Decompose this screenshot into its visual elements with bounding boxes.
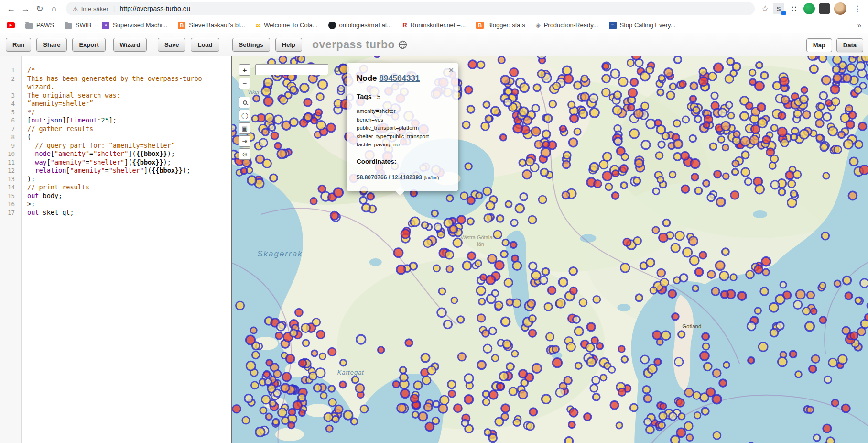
map-marker[interactable] bbox=[811, 308, 817, 314]
map-marker[interactable] bbox=[691, 174, 698, 181]
map-marker[interactable] bbox=[850, 157, 858, 166]
map-marker[interactable] bbox=[581, 93, 589, 101]
map-marker[interactable] bbox=[683, 116, 689, 123]
map-marker[interactable] bbox=[425, 422, 434, 431]
map-marker[interactable] bbox=[311, 350, 317, 356]
map-marker[interactable] bbox=[843, 277, 851, 285]
map-search-box[interactable] bbox=[255, 64, 328, 75]
map-marker[interactable] bbox=[412, 411, 418, 418]
map-marker[interactable] bbox=[791, 134, 797, 140]
map-marker[interactable] bbox=[444, 321, 452, 329]
map-marker[interactable] bbox=[860, 165, 868, 174]
map-marker[interactable] bbox=[477, 314, 486, 322]
map-marker[interactable] bbox=[779, 188, 785, 195]
map-marker[interactable] bbox=[509, 388, 517, 396]
map-marker[interactable] bbox=[467, 252, 475, 260]
map-marker[interactable] bbox=[433, 401, 439, 407]
map-marker[interactable] bbox=[703, 180, 710, 187]
map-marker[interactable] bbox=[484, 214, 492, 222]
map-marker[interactable] bbox=[467, 106, 474, 113]
map-marker[interactable] bbox=[454, 404, 462, 412]
map-marker[interactable] bbox=[316, 331, 325, 339]
map-marker[interactable] bbox=[671, 436, 680, 443]
map-marker[interactable] bbox=[775, 295, 784, 304]
map-marker[interactable] bbox=[251, 382, 258, 389]
map-marker[interactable] bbox=[289, 409, 296, 416]
map-marker[interactable] bbox=[269, 124, 275, 131]
map-marker[interactable] bbox=[423, 376, 431, 384]
map-marker[interactable] bbox=[721, 122, 730, 130]
popup-node-id-link[interactable]: 894564331 bbox=[379, 74, 420, 83]
map-marker[interactable] bbox=[259, 139, 267, 147]
map-marker[interactable] bbox=[610, 401, 618, 409]
map-marker[interactable] bbox=[618, 346, 625, 353]
map-marker[interactable] bbox=[483, 344, 492, 353]
map-marker[interactable] bbox=[823, 424, 831, 432]
map-marker[interactable] bbox=[749, 69, 756, 76]
map-marker[interactable] bbox=[252, 115, 259, 122]
map-marker[interactable] bbox=[627, 59, 634, 66]
map-marker[interactable] bbox=[838, 132, 845, 138]
map-marker[interactable] bbox=[658, 422, 665, 429]
search-icon[interactable] bbox=[335, 67, 339, 72]
map-marker[interactable] bbox=[769, 162, 776, 169]
map-marker[interactable] bbox=[681, 152, 689, 160]
code-line[interactable]: 13); bbox=[0, 175, 231, 184]
map-marker[interactable] bbox=[332, 416, 339, 422]
map-marker[interactable] bbox=[523, 116, 532, 124]
map-marker[interactable] bbox=[674, 153, 682, 161]
map-marker[interactable] bbox=[851, 56, 859, 58]
map-marker[interactable] bbox=[424, 403, 432, 411]
map-marker[interactable] bbox=[860, 279, 868, 288]
map-marker[interactable] bbox=[702, 408, 709, 415]
map-marker[interactable] bbox=[232, 125, 236, 131]
map-marker[interactable] bbox=[707, 194, 715, 201]
map-marker[interactable] bbox=[520, 83, 529, 92]
zoom-in-button[interactable]: + bbox=[239, 64, 250, 76]
map-marker[interactable] bbox=[747, 322, 756, 331]
map-marker[interactable] bbox=[807, 407, 814, 413]
map-marker[interactable] bbox=[738, 292, 746, 300]
toolbar-button-run[interactable]: Run bbox=[6, 38, 31, 52]
map-marker[interactable] bbox=[740, 112, 749, 121]
map-marker[interactable] bbox=[510, 242, 517, 248]
map-marker[interactable] bbox=[570, 114, 578, 122]
map-marker[interactable] bbox=[590, 385, 598, 392]
map-marker[interactable] bbox=[730, 274, 737, 281]
bookmark-item[interactable]: ontologies/møf at... bbox=[328, 22, 392, 29]
bookmark-item[interactable]: BSteve Baskauf's bl... bbox=[178, 22, 245, 29]
map-marker[interactable] bbox=[825, 376, 832, 383]
map-marker[interactable] bbox=[492, 290, 499, 297]
map-marker[interactable] bbox=[541, 148, 550, 157]
map-marker[interactable] bbox=[745, 178, 752, 185]
map-marker[interactable] bbox=[795, 371, 802, 377]
map-marker[interactable] bbox=[640, 355, 649, 364]
map-marker[interactable] bbox=[825, 100, 832, 106]
code-line[interactable]: 16>; bbox=[0, 200, 231, 209]
map-marker[interactable] bbox=[519, 159, 526, 166]
map-marker[interactable] bbox=[552, 346, 559, 353]
map-marker[interactable] bbox=[778, 112, 785, 119]
map-marker[interactable] bbox=[668, 290, 676, 298]
map-marker[interactable] bbox=[621, 154, 629, 161]
map-marker[interactable] bbox=[676, 399, 684, 407]
map-marker[interactable] bbox=[453, 238, 462, 247]
map-marker[interactable] bbox=[732, 169, 738, 175]
map-marker[interactable] bbox=[397, 404, 406, 413]
map-marker[interactable] bbox=[655, 120, 662, 126]
map-marker[interactable] bbox=[669, 171, 676, 178]
map-marker[interactable] bbox=[674, 358, 683, 366]
map-marker[interactable] bbox=[776, 322, 784, 330]
map-marker[interactable] bbox=[657, 177, 663, 183]
map-marker[interactable] bbox=[623, 238, 631, 246]
map-marker[interactable] bbox=[865, 314, 868, 321]
map-marker[interactable] bbox=[621, 182, 627, 188]
map-marker[interactable] bbox=[278, 408, 286, 417]
map-marker[interactable] bbox=[771, 125, 778, 132]
map-marker[interactable] bbox=[673, 120, 681, 127]
map-marker[interactable] bbox=[679, 81, 686, 88]
map-marker[interactable] bbox=[809, 365, 816, 373]
map-marker[interactable] bbox=[290, 330, 297, 337]
map-marker[interactable] bbox=[422, 222, 428, 229]
map-marker[interactable] bbox=[319, 353, 326, 359]
